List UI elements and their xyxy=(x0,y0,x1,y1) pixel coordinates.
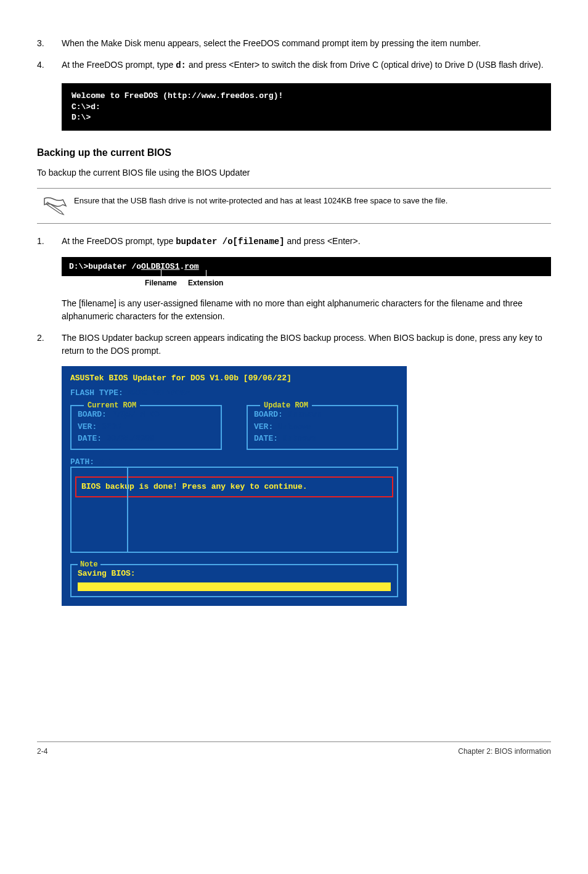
step-4-num: 4. xyxy=(37,59,62,72)
page-footer: 2-4 Chapter 2: BIOS information xyxy=(37,741,551,757)
ext-underlined: rom xyxy=(184,262,198,271)
step2-2-num: 2. xyxy=(37,332,62,357)
update-rom-legend: Update ROM xyxy=(260,400,312,411)
step2-2: 2. The BIOS Updater backup screen appear… xyxy=(37,332,551,357)
code-d-colon: d: xyxy=(176,60,186,70)
progress-bar xyxy=(78,582,391,591)
filename-note: The [filename] is any user-assigned file… xyxy=(37,297,551,323)
step-4-text: At the FreeDOS prompt, type d: and press… xyxy=(62,59,551,72)
current-rom-box: Current ROM BOARD: P7Q57-M DO VER: 0205 … xyxy=(70,405,222,450)
step2-1-num: 1. xyxy=(37,235,62,248)
rom-row: Current ROM BOARD: P7Q57-M DO VER: 0205 … xyxy=(70,401,398,450)
step2-1: 1. At the FreeDOS prompt, type bupdater … xyxy=(37,235,551,248)
page-number: 2-4 xyxy=(37,746,47,757)
backup-done-msg: BIOS backup is done! Press any key to co… xyxy=(75,476,393,497)
intro-text: To backup the current BIOS file using th… xyxy=(37,166,551,179)
bios-note-legend: Note xyxy=(78,559,100,570)
note-box: Ensure that the USB flash drive is not w… xyxy=(37,188,551,224)
file-list-box: BIOS backup is done! Press any key to co… xyxy=(70,467,398,553)
step2-2-text: The BIOS Updater backup screen appears i… xyxy=(62,332,551,357)
note-text: Ensure that the USB flash drive is not w… xyxy=(74,195,551,207)
bios-note-frame: Note Saving BIOS: xyxy=(70,564,398,597)
saving-bios-label: Saving BIOS: xyxy=(78,568,391,580)
step-4: 4. At the FreeDOS prompt, type d: and pr… xyxy=(37,59,551,72)
current-rom-legend: Current ROM xyxy=(84,400,140,411)
chapter-label: Chapter 2: BIOS information xyxy=(458,746,551,757)
callout-extension: Extension xyxy=(188,277,223,288)
step2-1-text: At the FreeDOS prompt, type bupdater /o[… xyxy=(62,235,551,248)
bios-updater-screen: ASUSTek BIOS Updater for DOS V1.00b [09/… xyxy=(62,366,407,606)
callout-labels: Filename Extension xyxy=(62,277,551,288)
step-3-text: When the Make Disk menu appears, select … xyxy=(62,37,551,50)
callout-filename: Filename xyxy=(145,277,177,288)
file-divider xyxy=(127,468,128,552)
code-bupdater: bupdater /o[filename] xyxy=(176,237,284,247)
filename-note-text: The [filename] is any user-assigned file… xyxy=(62,297,551,323)
step-3-num: 3. xyxy=(37,37,62,50)
step-3: 3. When the Make Disk menu appears, sele… xyxy=(37,37,551,50)
bios-flashtype: FLASH TYPE: MXIC 25L1605A xyxy=(70,387,398,399)
heading-backing-up: Backing up the current BIOS xyxy=(37,145,551,160)
bios-title: ASUSTek BIOS Updater for DOS V1.00b [09/… xyxy=(70,372,398,387)
note-pencil-icon xyxy=(37,195,74,217)
terminal-freedos: Welcome to FreeDOS (http://www.freedos.o… xyxy=(62,83,551,131)
update-rom-box: Update ROM BOARD: Unknown VER: Unknown D… xyxy=(247,405,398,450)
terminal-bupdater: D:\>bupdater /oOLDBIOS1.rom xyxy=(62,257,551,277)
